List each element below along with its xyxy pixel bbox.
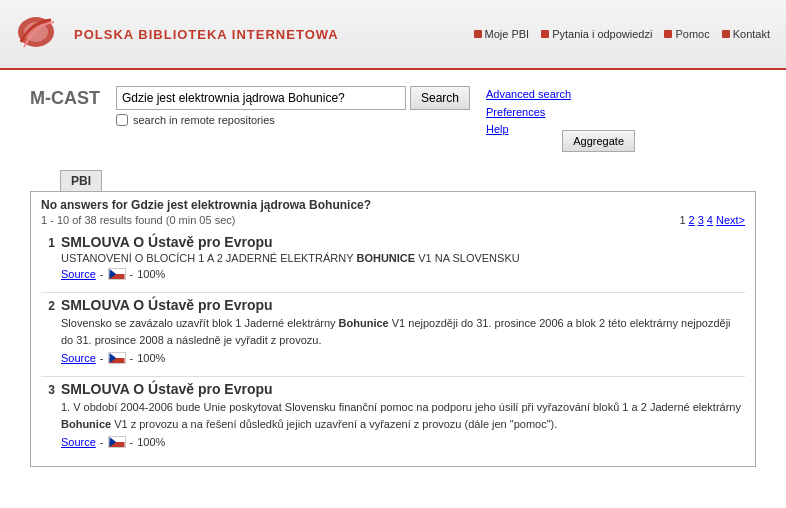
result-percent: 100% bbox=[137, 352, 165, 364]
header: POLSKA BIBLIOTEKA INTERNETOWA Moje PBI P… bbox=[0, 0, 786, 70]
nav-dot bbox=[474, 30, 482, 38]
nav-links: Moje PBI Pytania i odpowiedzi Pomoc Kont… bbox=[474, 28, 771, 40]
result-number-row: 1 SMLOUVA O Ústavě pro Evropu USTANOVENÍ… bbox=[41, 234, 745, 280]
result-content: SMLOUVA O Ústavě pro Evropu Slovensko se… bbox=[61, 297, 745, 364]
page-1: 1 bbox=[679, 214, 685, 226]
cz-flag-icon bbox=[108, 268, 126, 280]
mcast-label: M-CAST bbox=[30, 86, 100, 109]
preferences-link[interactable]: Preferences bbox=[486, 104, 571, 122]
result-subtitle: USTANOVENÍ O BLOCÍCH 1 A 2 JADERNÉ ELEKT… bbox=[61, 252, 745, 264]
result-number-row: 3 SMLOUVA O Ústavě pro Evropu 1. V obdob… bbox=[41, 381, 745, 448]
logo-text: POLSKA BIBLIOTEKA INTERNETOWA bbox=[74, 27, 339, 42]
divider bbox=[41, 292, 745, 293]
nav-kontakt[interactable]: Kontakt bbox=[722, 28, 770, 40]
logo-area: POLSKA BIBLIOTEKA INTERNETOWA bbox=[16, 12, 339, 57]
result-number: 1 bbox=[41, 234, 55, 250]
advanced-search-link[interactable]: Advanced search bbox=[486, 86, 571, 104]
nav-dot bbox=[664, 30, 672, 38]
results-section: No answers for Gdzie jest elektrownia ją… bbox=[30, 191, 756, 467]
result-body: 1. V období 2004-2006 bude Unie poskytov… bbox=[61, 399, 745, 432]
nav-dot bbox=[541, 30, 549, 38]
result-number-row: 2 SMLOUVA O Ústavě pro Evropu Slovensko … bbox=[41, 297, 745, 364]
aggregate-row: Aggregate bbox=[281, 130, 635, 152]
search-controls: Search search in remote repositories Agg… bbox=[116, 86, 470, 152]
right-links: Advanced search Preferences Help bbox=[486, 86, 571, 139]
remote-label: search in remote repositories bbox=[133, 114, 275, 126]
result-body: Slovensko se zavázalo uzavřít blok 1 Jad… bbox=[61, 315, 745, 348]
logo-title: POLSKA BIBLIOTEKA INTERNETOWA bbox=[74, 27, 339, 42]
page-2-link[interactable]: 2 bbox=[689, 214, 695, 226]
result-title[interactable]: SMLOUVA O Ústavě pro Evropu bbox=[61, 297, 745, 313]
remote-row: search in remote repositories bbox=[116, 114, 470, 126]
result-percent: 100% bbox=[137, 268, 165, 280]
page-next-link[interactable]: Next> bbox=[716, 214, 745, 226]
result-percent: 100% bbox=[137, 436, 165, 448]
page-4-link[interactable]: 4 bbox=[707, 214, 713, 226]
nav-dot bbox=[722, 30, 730, 38]
nav-moje-pbi[interactable]: Moje PBI bbox=[474, 28, 530, 40]
remote-repositories-checkbox[interactable] bbox=[116, 114, 128, 126]
cz-flag-icon bbox=[108, 436, 126, 448]
cz-flag-icon bbox=[108, 352, 126, 364]
nav-pytania[interactable]: Pytania i odpowiedzi bbox=[541, 28, 652, 40]
nav-pomoc[interactable]: Pomoc bbox=[664, 28, 709, 40]
aggregate-button[interactable]: Aggregate bbox=[562, 130, 635, 152]
search-row: Search bbox=[116, 86, 470, 110]
result-item: 3 SMLOUVA O Ústavě pro Evropu 1. V obdob… bbox=[41, 381, 745, 448]
source-link[interactable]: Source bbox=[61, 268, 96, 280]
source-link[interactable]: Source bbox=[61, 436, 96, 448]
result-number: 3 bbox=[41, 381, 55, 397]
result-meta: Source - - 100% bbox=[61, 436, 745, 448]
result-content: SMLOUVA O Ústavě pro Evropu USTANOVENÍ O… bbox=[61, 234, 745, 280]
search-button[interactable]: Search bbox=[410, 86, 470, 110]
no-answers-message: No answers for Gdzie jest elektrownia ją… bbox=[41, 198, 745, 212]
pbi-tab[interactable]: PBI bbox=[60, 170, 102, 191]
logo-icon bbox=[16, 12, 66, 57]
result-number: 2 bbox=[41, 297, 55, 313]
page-links: 1 2 3 4 Next> bbox=[679, 214, 745, 226]
result-meta: Source - - 100% bbox=[61, 268, 745, 280]
source-link[interactable]: Source bbox=[61, 352, 96, 364]
result-title[interactable]: SMLOUVA O Ústavě pro Evropu bbox=[61, 234, 745, 250]
help-link[interactable]: Help bbox=[486, 121, 571, 139]
results-meta: 1 - 10 of 38 results found (0 min 05 sec… bbox=[41, 214, 745, 226]
page-3-link[interactable]: 3 bbox=[698, 214, 704, 226]
result-meta: Source - - 100% bbox=[61, 352, 745, 364]
result-title[interactable]: SMLOUVA O Ústavě pro Evropu bbox=[61, 381, 745, 397]
result-item: 1 SMLOUVA O Ústavě pro Evropu USTANOVENÍ… bbox=[41, 234, 745, 280]
search-section: M-CAST Search search in remote repositor… bbox=[0, 70, 786, 162]
divider bbox=[41, 376, 745, 377]
result-item: 2 SMLOUVA O Ústavě pro Evropu Slovensko … bbox=[41, 297, 745, 364]
pbi-tab-area: PBI bbox=[30, 162, 786, 191]
search-input[interactable] bbox=[116, 86, 406, 110]
result-content: SMLOUVA O Ústavě pro Evropu 1. V období … bbox=[61, 381, 745, 448]
